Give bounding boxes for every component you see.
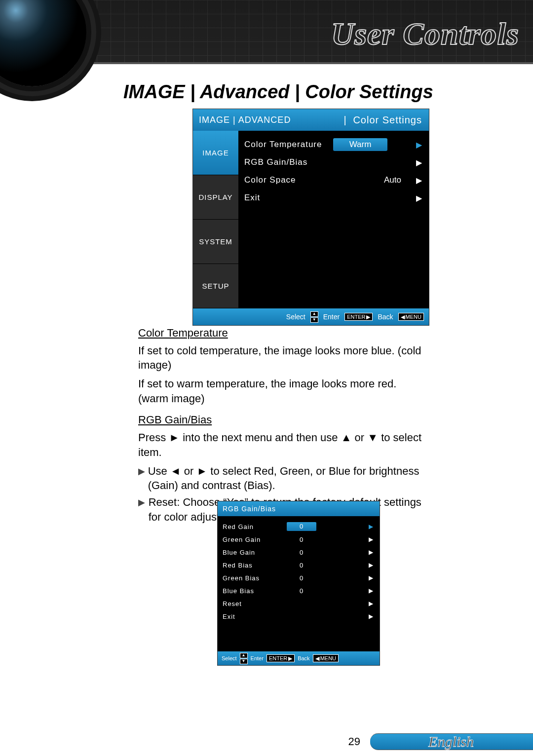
section-heading-rgb-gain-bias: RGB Gain/Bias <box>138 413 429 427</box>
row-label: Reset <box>223 600 287 607</box>
paragraph: If set to cold temperature, the image lo… <box>138 343 429 373</box>
chevron-right-icon: ▶ <box>369 549 374 556</box>
row-label: Blue Bias <box>223 587 287 595</box>
row-label: Green Gain <box>223 536 287 543</box>
osd-header-left: IMAGE | ADVANCED <box>193 115 291 125</box>
chevron-right-icon: ▶ <box>416 176 422 185</box>
osd-row-label: RGB Gain/Bias <box>244 157 333 167</box>
osd-tab-setup[interactable]: SETUP <box>193 264 238 308</box>
osd-row-exit[interactable]: Exit ▶ <box>244 189 426 207</box>
osd-tabs: IMAGE DISPLAY SYSTEM SETUP <box>193 131 238 308</box>
row-value: 0 <box>287 587 316 595</box>
osd-tab-system[interactable]: SYSTEM <box>193 220 238 264</box>
row-label: Red Gain <box>223 523 287 530</box>
footer-enter-label: Enter <box>251 655 264 661</box>
page-number: 29 <box>348 735 360 748</box>
osd-tab-image[interactable]: IMAGE <box>193 131 238 175</box>
osd-sub-row-red-gain[interactable]: Red Gain 0 ▶ <box>223 520 377 533</box>
bullet-text: Use ◄ or ► to select Red, Green, or Blue… <box>148 464 429 493</box>
osd-content: Color Temperature Warm ▶ RGB Gain/Bias ▶… <box>238 131 429 308</box>
row-label: Exit <box>223 613 287 620</box>
chevron-right-icon: ▶ <box>369 523 374 530</box>
osd-sub-row-green-gain[interactable]: Green Gain 0 ▶ <box>223 533 377 546</box>
section-heading-color-temperature: Color Temperature <box>138 326 429 340</box>
chevron-right-icon: ▶ <box>416 158 422 167</box>
updown-icon: ▲▼ <box>240 653 248 664</box>
osd-sub-row-exit[interactable]: Exit ▶ <box>223 610 377 623</box>
row-label: Red Bias <box>223 562 287 569</box>
osd-row-color-temperature[interactable]: Color Temperature Warm ▶ <box>244 136 426 153</box>
footer-back-label: Back <box>298 655 309 661</box>
page-footer: 29 English <box>0 726 533 756</box>
footer-back-label: Back <box>378 313 393 321</box>
breadcrumb: IMAGE | Advanced | Color Settings <box>123 81 433 103</box>
osd-sub-row-blue-bias[interactable]: Blue Bias 0 ▶ <box>223 584 377 597</box>
osd-sub-body: Red Gain 0 ▶ Green Gain 0 ▶ Blue Gain 0 … <box>218 516 380 651</box>
osd-row-rgb-gain-bias[interactable]: RGB Gain/Bias ▶ <box>244 153 426 171</box>
osd-row-value: Warm <box>333 138 387 151</box>
chevron-right-icon: ▶ <box>369 536 374 543</box>
osd-row-label: Color Space <box>244 175 333 185</box>
osd-tab-display[interactable]: DISPLAY <box>193 175 238 220</box>
row-value: 0 <box>287 522 316 531</box>
osd-sub-footer: Select ▲▼ Enter ENTER▶ Back ◀MENU <box>218 651 380 665</box>
row-value: 0 <box>287 574 316 582</box>
osd-row-label: Exit <box>244 193 333 203</box>
osd-row-label: Color Temperature <box>244 140 333 150</box>
osd-sub-row-blue-gain[interactable]: Blue Gain 0 ▶ <box>223 546 377 559</box>
footer-select-label: Select <box>286 313 305 321</box>
osd-main-panel: IMAGE | ADVANCED Color Settings IMAGE DI… <box>192 109 429 326</box>
osd-row-color-space[interactable]: Color Space Auto ▶ <box>244 171 426 189</box>
chevron-right-icon: ▶ <box>369 574 374 581</box>
osd-footer: Select ▲▼ Enter ENTER▶ Back ◀MENU <box>193 308 429 325</box>
chevron-right-icon: ▶ <box>416 193 422 203</box>
osd-sub-row-green-bias[interactable]: Green Bias 0 ▶ <box>223 571 377 584</box>
footer-select-label: Select <box>222 655 237 661</box>
bullet-icon: ▶ <box>138 495 149 524</box>
row-label: Blue Gain <box>223 549 287 556</box>
lens-graphic <box>0 0 86 86</box>
page-header: User Controls <box>0 0 533 64</box>
menu-key-icon: ◀MENU <box>398 313 424 321</box>
osd-sub-row-reset[interactable]: Reset ▶ <box>223 597 377 610</box>
chevron-right-icon: ▶ <box>369 587 374 594</box>
bullet-icon: ▶ <box>138 464 148 493</box>
page-language: English <box>428 733 474 750</box>
enter-key-icon: ENTER▶ <box>344 313 373 321</box>
chevron-right-icon: ▶ <box>369 562 374 568</box>
chevron-right-icon: ▶ <box>369 600 374 607</box>
paragraph: If set to warm temperature, the image lo… <box>138 377 429 406</box>
osd-header: IMAGE | ADVANCED Color Settings <box>193 109 429 131</box>
osd-sub-row-red-bias[interactable]: Red Bias 0 ▶ <box>223 559 377 571</box>
row-value: 0 <box>287 549 316 556</box>
footer-enter-label: Enter <box>323 313 340 321</box>
bullet-item: ▶ Use ◄ or ► to select Red, Green, or Bl… <box>138 464 429 493</box>
osd-row-value: Auto <box>384 175 401 185</box>
row-value: 0 <box>287 562 316 569</box>
row-label: Green Bias <box>223 574 287 582</box>
chevron-right-icon: ▶ <box>369 613 374 620</box>
body-text: Color Temperature If set to cold tempera… <box>138 326 429 524</box>
osd-header-right: Color Settings <box>344 114 429 126</box>
paragraph: Press ► into the next menu and then use … <box>138 430 429 459</box>
enter-key-icon: ENTER▶ <box>266 654 295 662</box>
updown-icon: ▲▼ <box>310 311 318 323</box>
menu-key-icon: ◀MENU <box>313 654 339 662</box>
osd-sub-header: RGB Gain/Bias <box>218 501 380 516</box>
chevron-right-icon: ▶ <box>416 140 422 150</box>
row-value: 0 <box>287 536 316 543</box>
header-title: User Controls <box>331 16 519 52</box>
osd-sub-panel: RGB Gain/Bias Red Gain 0 ▶ Green Gain 0 … <box>217 501 380 666</box>
